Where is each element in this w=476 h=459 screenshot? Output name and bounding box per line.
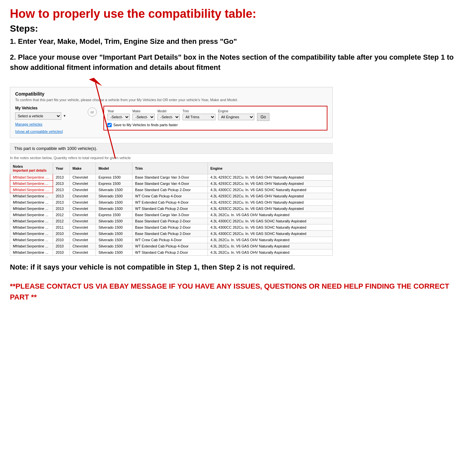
trim-cell: Base Standard Cab Pickup 2-Door <box>132 224 208 230</box>
model-select[interactable]: -Select- <box>157 114 180 120</box>
engine-label: Engine <box>218 109 254 113</box>
year-cell: 2011 <box>53 224 70 230</box>
engine-cell: 4.3L 4293CC 262Cu. In. V6 GAS OHV Natura… <box>208 174 332 180</box>
engine-cell: 4.3L 4293CC 262Cu. In. V6 GAS OHV Natura… <box>208 205 332 212</box>
svg-marker-1 <box>89 78 102 86</box>
notes-cell: Mfrlabel:Serpentine ... <box>10 218 53 224</box>
engine-cell: 4.3L 4293CC 262Cu. In. V6 GAS OHV Natura… <box>208 180 332 186</box>
steps-heading: Steps: <box>10 23 466 34</box>
make-cell: Chevrolet <box>70 180 96 186</box>
make-cell: Chevrolet <box>70 249 96 255</box>
model-cell: Silverado 1500 <box>96 237 132 243</box>
model-cell: Express 1500 <box>96 212 132 218</box>
year-cell: 2010 <box>53 243 70 249</box>
year-cell: 2013 <box>53 174 70 180</box>
notes-cell: Mfrlabel:Serpentine ... <box>10 205 53 212</box>
trim-cell: WT Extended Cab Pickup 4-Door <box>132 199 208 205</box>
header-model: Model <box>96 162 132 174</box>
save-checkbox[interactable] <box>107 123 112 127</box>
trim-field: Trim All Trims <box>182 109 215 120</box>
year-field: Year -Select- <box>107 109 130 120</box>
make-cell: Chevrolet <box>70 174 96 180</box>
vehicle-select[interactable]: Select a vehicle <box>15 112 61 120</box>
table-row: Mfrlabel:Serpentine ...2012ChevroletExpr… <box>10 212 333 218</box>
table-row: Mfrlabel:Serpentine ...2013ChevroletSilv… <box>10 205 333 212</box>
trim-select[interactable]: All Trims <box>182 114 215 120</box>
table-row: Mfrlabel:Serpentine ....2013ChevroletExp… <box>10 174 333 180</box>
model-cell: Express 1500 <box>96 174 132 180</box>
compatibility-wrapper: Compatibility To confirm that this part … <box>10 87 466 138</box>
year-select[interactable]: -Select- <box>107 114 130 120</box>
model-cell: Silverado 1500 <box>96 205 132 212</box>
model-cell: Silverado 1500 <box>96 186 132 193</box>
trim-cell: WT Standard Cab Pickup 2-Door <box>132 205 208 212</box>
year-cell: 2010 <box>53 230 70 237</box>
engine-cell: 4.3L 4300CC 262Cu. In. V6 GAS SOHC Natur… <box>208 230 332 237</box>
step-1-text: 1. Enter Year, Make, Model, Trim, Engine… <box>10 37 466 46</box>
make-select[interactable]: -Select- <box>132 114 155 120</box>
notes-cell: Mfrlabel:Serpentine ... <box>10 193 53 199</box>
trim-cell: Base Standard Cab Pickup 2-Door <box>132 218 208 224</box>
go-button[interactable]: Go <box>257 113 269 121</box>
engine-cell: 4.3L 4300CC 262Cu. In. V6 GAS SOHC Natur… <box>208 186 332 193</box>
model-cell: Silverado 1500 <box>96 230 132 237</box>
compat-title: Compatibility <box>15 91 327 97</box>
model-cell: Silverado 1500 <box>96 193 132 199</box>
compatibility-box: Compatibility To confirm that this part … <box>10 87 333 138</box>
or-circle: or <box>88 107 97 117</box>
compatible-count-text: This part is compatible with 1000 vehicl… <box>14 146 97 151</box>
trim-cell: WT Crew Cab Pickup 4-Door <box>132 193 208 199</box>
trim-cell: Base Standard Cab Pickup 2-Door <box>132 230 208 237</box>
table-row: Mfrlabel:Serpentine ...2010ChevroletSilv… <box>10 243 333 249</box>
make-cell: Chevrolet <box>70 237 96 243</box>
header-trim: Trim <box>132 162 208 174</box>
my-vehicles-label: My Vehicles <box>15 106 81 110</box>
model-cell: Silverado 1500 <box>96 249 132 255</box>
make-cell: Chevrolet <box>70 193 96 199</box>
notes-cell: Mfrlabel:Serpentine ... <box>10 249 53 255</box>
trim-cell: Base Standard Cargo Van 4-Door <box>132 180 208 186</box>
important-part-details-label: Important part details <box>13 169 46 172</box>
model-label: Model <box>157 109 180 113</box>
notes-cell: Mfrlabel:Serpentine ... <box>10 199 53 205</box>
contact-text: **PLEASE CONTACT US VIA EBAY MESSAGE IF … <box>10 281 466 302</box>
make-cell: Chevrolet <box>70 230 96 237</box>
manage-vehicles-link[interactable]: Manage vehicles <box>15 122 81 126</box>
year-cell: 2013 <box>53 180 70 186</box>
table-row: Mfrlabel:Serpentine ...2010ChevroletSilv… <box>10 249 333 255</box>
engine-cell: 4.3L 262Cu. In. V6 GAS OHV Naturally Asp… <box>208 243 332 249</box>
model-cell: Express 1500 <box>96 180 132 186</box>
step-2-text: 2. Place your mouse over "Important Part… <box>10 52 466 73</box>
header-make: Make <box>70 162 96 174</box>
trim-cell: WT Standard Cab Pickup 2-Door <box>132 249 208 255</box>
my-vehicles-section: My Vehicles Select a vehicle ▼ Manage ve… <box>15 106 81 134</box>
notes-cell: Mfrlabel:Serpentine.... <box>10 180 53 186</box>
make-cell: Chevrolet <box>70 243 96 249</box>
make-cell: Chevrolet <box>70 212 96 218</box>
engine-cell: 4.3L 4293CC 262Cu. In. V6 GAS OHV Natura… <box>208 199 332 205</box>
year-cell: 2010 <box>53 237 70 243</box>
model-cell: Silverado 1500 <box>96 218 132 224</box>
year-make-section: Year -Select- Make -Select- <box>103 106 327 130</box>
make-cell: Chevrolet <box>70 199 96 205</box>
make-label: Make <box>132 109 155 113</box>
year-cell: 2013 <box>53 186 70 193</box>
trim-cell: WT Crew Cab Pickup 4-Door <box>132 237 208 243</box>
make-cell: Chevrolet <box>70 218 96 224</box>
year-cell: 2010 <box>53 249 70 255</box>
compat-top-row: My Vehicles Select a vehicle ▼ Manage ve… <box>15 106 327 134</box>
table-row: Mfrlabel:Serpentine ....2013ChevroletSil… <box>10 186 333 193</box>
compat-subtitle: To confirm that this part fits your vehi… <box>15 98 327 102</box>
header-engine: Engine <box>208 162 332 174</box>
engine-select[interactable]: All Engines <box>218 114 254 120</box>
trim-cell: Base Standard Cargo Van 3-Door <box>132 212 208 218</box>
notes-cell: Mfrlabel:Serpentine .... <box>10 186 53 193</box>
show-all-link[interactable]: [show all compatible vehicles] <box>15 129 63 133</box>
quantity-note: In the notes section below, Quantity ref… <box>10 156 466 160</box>
year-cell: 2013 <box>53 205 70 212</box>
vehicle-select-row: Select a vehicle ▼ <box>15 112 81 120</box>
compatible-count-box: This part is compatible with 1000 vehicl… <box>10 143 333 154</box>
header-notes: Notes Important part details <box>10 162 53 174</box>
year-cell: 2013 <box>53 199 70 205</box>
header-year: Year <box>53 162 70 174</box>
